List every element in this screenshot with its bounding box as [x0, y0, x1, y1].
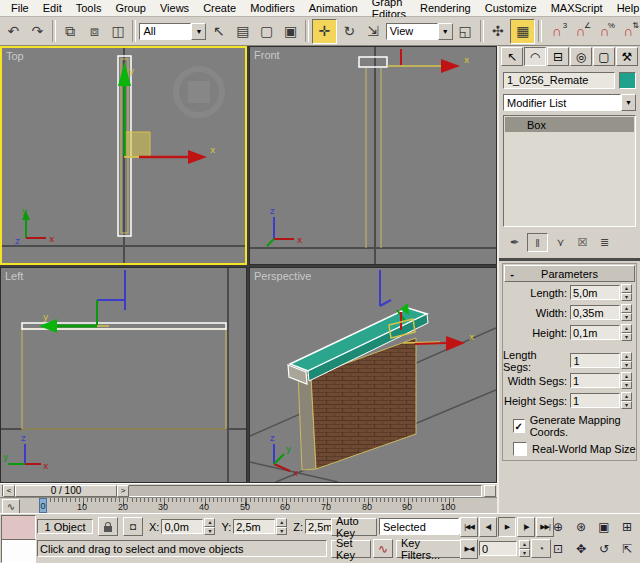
- spinner-down-icon[interactable]: ▾: [621, 333, 632, 342]
- menu-animation[interactable]: Animation: [302, 1, 365, 15]
- coord-x-spinner[interactable]: ▴▾: [204, 518, 215, 535]
- spinner-up-icon[interactable]: ▴: [519, 540, 530, 549]
- previous-frame-button[interactable]: ◀|: [479, 517, 497, 537]
- width-field[interactable]: 0,35m: [570, 305, 620, 320]
- menu-views[interactable]: Views: [153, 1, 196, 15]
- viewport-front[interactable]: Front x z x: [249, 46, 497, 265]
- tab-display[interactable]: ▢: [593, 47, 615, 66]
- tab-create[interactable]: ↖: [501, 47, 523, 66]
- parameters-rollout-header[interactable]: - Parameters: [504, 265, 635, 282]
- rectangular-selection-region-button[interactable]: ▢: [255, 20, 278, 43]
- menu-customize[interactable]: Customize: [478, 1, 544, 15]
- menu-file[interactable]: File: [4, 1, 36, 15]
- chevron-down-icon[interactable]: ▼: [438, 23, 453, 40]
- percent-snap-button[interactable]: ∩%: [593, 20, 616, 43]
- window-crossing-button[interactable]: ▣: [279, 20, 302, 43]
- spinner-up-icon[interactable]: ▴: [621, 324, 632, 333]
- time-slider-left-arrow[interactable]: <: [3, 485, 15, 497]
- snaps-toggle-button[interactable]: ∩3: [545, 20, 568, 43]
- time-slider-right-arrow[interactable]: >: [117, 485, 129, 497]
- menu-maxscript[interactable]: MAXScript: [544, 1, 610, 15]
- viewport-top[interactable]: Top y x y: [0, 46, 247, 265]
- configure-modifier-sets-button[interactable]: ≣: [595, 234, 614, 251]
- viewport-perspective-label[interactable]: Perspective: [254, 270, 311, 282]
- undo-button[interactable]: ↶: [2, 20, 25, 43]
- absolute-offset-toggle[interactable]: ◘: [123, 517, 143, 536]
- spinner-up-icon[interactable]: ▴: [621, 304, 632, 313]
- length-field[interactable]: 5,0m: [570, 285, 620, 300]
- length-spinner[interactable]: ▴▾: [621, 284, 632, 301]
- selection-filter-dropdown[interactable]: All ▼: [139, 22, 206, 41]
- modifier-list-dropdown[interactable]: Modifier List ▼: [503, 93, 636, 112]
- spinner-down-icon[interactable]: ▾: [621, 293, 632, 302]
- spinner-up-icon[interactable]: ▴: [204, 518, 215, 527]
- next-frame-button[interactable]: |▶: [517, 517, 535, 537]
- spinner-down-icon[interactable]: ▾: [276, 527, 287, 536]
- coord-x-field[interactable]: 0,0m: [161, 519, 203, 534]
- zoom-extents-all-button[interactable]: ⊞: [616, 517, 638, 536]
- viewport-perspective[interactable]: Perspective: [249, 267, 497, 483]
- generate-mapping-checkbox[interactable]: ✓: [513, 419, 525, 433]
- coord-y-spinner[interactable]: ▴▾: [276, 518, 287, 535]
- height-segs-field[interactable]: 1: [570, 393, 620, 408]
- spinner-down-icon[interactable]: ▾: [621, 381, 632, 390]
- current-frame-marker[interactable]: 0: [39, 498, 47, 513]
- time-slider-handle[interactable]: 0 / 100: [15, 485, 117, 497]
- menu-group[interactable]: Group: [108, 1, 153, 15]
- menu-edit[interactable]: Edit: [36, 1, 69, 15]
- maxscript-macro-recorder[interactable]: [1, 515, 36, 540]
- selected-object-outline[interactable]: [359, 57, 387, 67]
- spinner-down-icon[interactable]: ▾: [621, 313, 632, 322]
- spinner-up-icon[interactable]: ▴: [276, 518, 287, 527]
- spinner-down-icon[interactable]: ▾: [519, 549, 530, 558]
- key-filters-button[interactable]: Key Filters...: [396, 540, 466, 558]
- coord-y-field[interactable]: 2,5m: [233, 519, 275, 534]
- select-and-move-button[interactable]: ✛: [312, 19, 337, 44]
- zoom-extents-button[interactable]: ▣: [593, 517, 615, 536]
- frame-spinner[interactable]: ▴▾: [519, 540, 530, 557]
- zoom-all-button[interactable]: ⊛: [570, 517, 592, 536]
- min-max-toggle-button[interactable]: ⇱: [616, 539, 638, 558]
- play-button[interactable]: ▶: [498, 517, 516, 537]
- menu-help[interactable]: Help: [610, 1, 640, 15]
- reference-coordinate-dropdown[interactable]: View ▼: [386, 22, 453, 41]
- mini-curve-editor-button[interactable]: ∿: [2, 499, 20, 514]
- bind-to-space-warp-button[interactable]: ◫: [107, 20, 130, 43]
- height-spinner[interactable]: ▴▾: [621, 324, 632, 341]
- redo-button[interactable]: ↷: [26, 20, 49, 43]
- current-frame-field[interactable]: 0: [479, 541, 517, 556]
- select-and-scale-button[interactable]: ⇲: [362, 20, 385, 43]
- width-segs-field[interactable]: 1: [570, 373, 620, 388]
- set-key-button[interactable]: Set Key: [331, 540, 371, 558]
- select-and-link-button[interactable]: ⧉: [59, 20, 82, 43]
- menu-tools[interactable]: Tools: [69, 1, 109, 15]
- spinner-up-icon[interactable]: ▴: [621, 284, 632, 293]
- spinner-down-icon[interactable]: ▾: [621, 361, 632, 370]
- object-name-field[interactable]: 1_0256_Remate: [503, 72, 615, 89]
- track-bar-ruler[interactable]: 10 20 30 40 50 60 70 80 90 100 0: [0, 498, 480, 513]
- select-and-rotate-button[interactable]: ↻: [338, 20, 361, 43]
- menu-create[interactable]: Create: [196, 1, 243, 15]
- zoom-button[interactable]: ⊕: [547, 517, 569, 536]
- viewport-top-label[interactable]: Top: [6, 50, 24, 62]
- select-by-name-button[interactable]: ▤: [231, 20, 254, 43]
- height-segs-spinner[interactable]: ▴▾: [621, 392, 632, 409]
- remove-modifier-button[interactable]: ☒: [573, 234, 592, 251]
- keyboard-shortcut-override-button[interactable]: ▦: [510, 19, 535, 44]
- use-pivot-center-button[interactable]: ◱: [454, 20, 477, 43]
- object-color-swatch[interactable]: [619, 72, 636, 89]
- modifier-stack[interactable]: Box: [503, 115, 636, 227]
- width-spinner[interactable]: ▴▾: [621, 304, 632, 321]
- spinner-down-icon[interactable]: ▾: [204, 527, 215, 536]
- spinner-up-icon[interactable]: ▴: [621, 392, 632, 401]
- viewport-left[interactable]: Left y z x y: [0, 267, 247, 483]
- chevron-down-icon[interactable]: ▼: [191, 23, 206, 40]
- make-unique-button[interactable]: ⋎: [551, 234, 570, 251]
- arc-rotate-button[interactable]: ↺: [593, 539, 615, 558]
- angle-snap-button[interactable]: ∩∠: [569, 20, 592, 43]
- region-zoom-button[interactable]: ⊡: [547, 539, 569, 558]
- viewport-left-label[interactable]: Left: [5, 270, 23, 282]
- pan-button[interactable]: ✥: [570, 539, 592, 558]
- menu-rendering[interactable]: Rendering: [413, 1, 478, 15]
- go-to-start-button[interactable]: |◀◀: [460, 517, 478, 537]
